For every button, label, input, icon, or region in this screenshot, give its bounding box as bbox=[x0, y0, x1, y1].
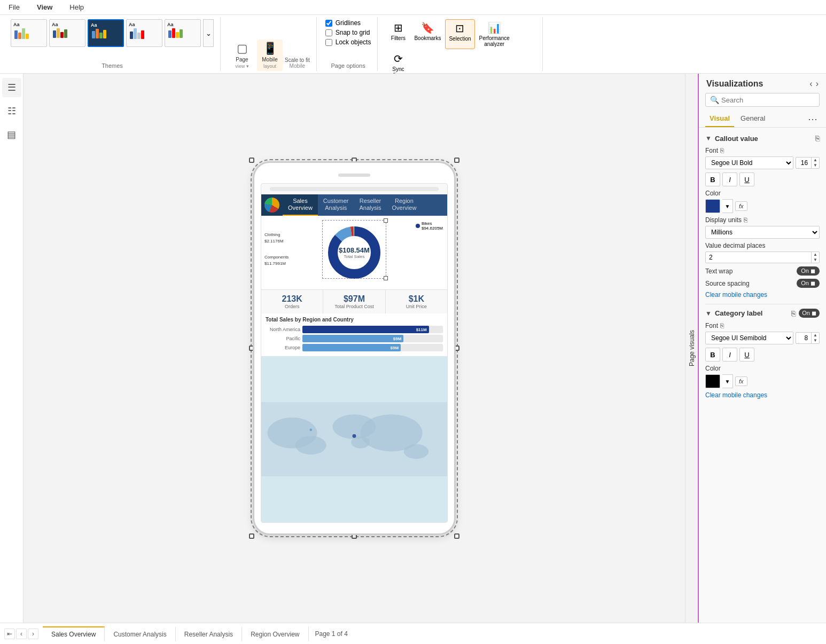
handle-tl[interactable] bbox=[249, 158, 254, 163]
callout-color-dropdown[interactable]: ▼ bbox=[722, 199, 733, 213]
page-tab-reseller[interactable]: Reseller Analysis bbox=[176, 626, 242, 641]
tab-general[interactable]: General bbox=[736, 111, 769, 127]
category-copy-btn[interactable]: ⎘ bbox=[791, 309, 796, 318]
map-svg bbox=[261, 356, 447, 522]
page-prev-btn[interactable]: ‹ bbox=[16, 629, 27, 639]
menu-view[interactable]: View bbox=[33, 2, 57, 12]
bar-europe-track: $9M bbox=[302, 344, 443, 351]
nav-tab-customer[interactable]: CustomerAnalysis bbox=[318, 194, 354, 216]
category-italic-btn[interactable]: I bbox=[722, 348, 737, 362]
phone-address-bar bbox=[270, 187, 439, 191]
panel-collapse-btn[interactable]: ‹ bbox=[809, 79, 812, 89]
snap-to-grid-checkbox[interactable]: Snap to grid bbox=[325, 29, 371, 36]
nav-tab-sales[interactable]: SalesOverview bbox=[283, 194, 318, 216]
callout-font-size-up[interactable]: ▲ bbox=[812, 158, 819, 163]
callout-fx-btn[interactable]: fx bbox=[735, 201, 747, 211]
kpi-orders: 213K Orders bbox=[261, 290, 323, 313]
callout-font-copy[interactable]: ⎘ bbox=[720, 147, 724, 154]
page-visuals-tab[interactable]: Page visuals bbox=[685, 74, 698, 623]
menu-help[interactable]: Help bbox=[65, 2, 88, 12]
category-color-swatch[interactable] bbox=[705, 374, 720, 388]
category-fx-btn[interactable]: fx bbox=[735, 376, 747, 386]
category-label-section-header: ▼ Category label ⎘ On ◼ bbox=[705, 309, 820, 318]
theme-item-3[interactable]: Aa bbox=[88, 19, 124, 47]
category-font-size-arrows: ▲ ▼ bbox=[811, 333, 819, 343]
category-font-copy[interactable]: ⎘ bbox=[720, 322, 724, 329]
display-units-copy[interactable]: ⎘ bbox=[744, 216, 747, 224]
category-color-dropdown[interactable]: ▼ bbox=[722, 374, 733, 388]
page-tab-sales[interactable]: Sales Overview bbox=[43, 626, 105, 641]
source-spacing-toggle[interactable]: On ◼ bbox=[797, 279, 820, 288]
theme-item-2[interactable]: Aa bbox=[49, 19, 85, 47]
callout-font-size-down[interactable]: ▼ bbox=[812, 163, 819, 168]
bar-row-europe: Europe $9M bbox=[266, 344, 443, 351]
themes-expand-btn[interactable]: ⌄ bbox=[203, 19, 214, 47]
handle-tr[interactable] bbox=[454, 158, 459, 163]
search-input[interactable] bbox=[721, 96, 815, 104]
panel-more-btn[interactable]: ⋯ bbox=[806, 111, 820, 127]
callout-bold-btn[interactable]: B bbox=[705, 172, 720, 186]
bar-na-label: North America bbox=[266, 327, 300, 332]
filters-btn[interactable]: ⊞ Filters bbox=[386, 19, 410, 49]
category-clear-link[interactable]: Clear mobile changes bbox=[705, 391, 820, 399]
page-tab-customer[interactable]: Customer Analysis bbox=[105, 626, 175, 641]
category-underline-btn[interactable]: U bbox=[739, 348, 754, 362]
category-chevron[interactable]: ▼ bbox=[705, 310, 712, 317]
handle-br[interactable] bbox=[454, 533, 459, 539]
callout-clear-link[interactable]: Clear mobile changes bbox=[705, 291, 820, 299]
theme-item-1[interactable]: Aa bbox=[11, 19, 47, 47]
bookmarks-btn[interactable]: 🔖 Bookmarks bbox=[411, 19, 444, 49]
text-wrap-toggle[interactable]: On ◼ bbox=[797, 266, 820, 276]
gridlines-checkbox[interactable]: Gridlines bbox=[325, 19, 371, 27]
left-nav-data[interactable]: ☷ bbox=[2, 101, 21, 121]
page-first-btn[interactable]: ⇤ bbox=[4, 629, 15, 639]
kpi-price: $1K Unit Price bbox=[386, 290, 447, 313]
nav-tab-region[interactable]: RegionOverview bbox=[387, 194, 422, 216]
text-wrap-label: Text wrap bbox=[705, 268, 797, 275]
selection-btn[interactable]: ⊡ Selection bbox=[445, 19, 474, 49]
chart-label-clothing: Clothing$2.1176M bbox=[264, 232, 284, 244]
callout-font-select[interactable]: Segoe UI Bold bbox=[705, 156, 793, 169]
page-view-btn[interactable]: ▢ Page view ▾ bbox=[229, 40, 255, 71]
nav-tab-reseller[interactable]: ResellerAnalysis bbox=[354, 194, 387, 216]
decimal-up[interactable]: ▲ bbox=[812, 252, 819, 257]
callout-chevron[interactable]: ▼ bbox=[705, 135, 712, 142]
menu-file[interactable]: File bbox=[4, 2, 24, 12]
page-tab-region[interactable]: Region Overview bbox=[242, 626, 308, 641]
bar-europe-fill: $9M bbox=[302, 344, 401, 351]
text-wrap-row: Text wrap On ◼ bbox=[705, 266, 820, 276]
kpi-orders-label: Orders bbox=[263, 304, 321, 309]
performance-icon: 📊 bbox=[488, 21, 501, 34]
kpi-cost-value: $97M bbox=[325, 294, 383, 304]
decimal-down[interactable]: ▼ bbox=[812, 257, 819, 263]
performance-analyzer-btn[interactable]: 📊 Performanceanalyzer bbox=[476, 19, 513, 49]
category-font-size-down[interactable]: ▼ bbox=[812, 338, 819, 343]
tab-visual[interactable]: Visual bbox=[705, 111, 734, 127]
callout-color-swatch[interactable] bbox=[705, 199, 720, 213]
page-next-btn[interactable]: › bbox=[28, 629, 38, 639]
lock-objects-checkbox[interactable]: Lock objects bbox=[325, 38, 371, 46]
category-font-select[interactable]: Segoe UI Semibold bbox=[705, 332, 793, 344]
callout-italic-btn[interactable]: I bbox=[722, 172, 737, 186]
category-bold-btn[interactable]: B bbox=[705, 348, 720, 362]
callout-underline-btn[interactable]: U bbox=[739, 172, 754, 186]
handle-bl[interactable] bbox=[249, 533, 254, 539]
category-font-size-box: 8 ▲ ▼ bbox=[796, 332, 820, 344]
left-nav-report[interactable]: ☰ bbox=[2, 78, 21, 97]
display-units-select[interactable]: Millions bbox=[705, 226, 820, 239]
panel-tabs: Visual General ⋯ bbox=[699, 111, 826, 128]
theme-item-4[interactable]: Aa bbox=[126, 19, 162, 47]
callout-copy-btn[interactable]: ⎘ bbox=[815, 134, 820, 143]
left-nav-model[interactable]: ▤ bbox=[2, 125, 21, 144]
category-font-size-up[interactable]: ▲ bbox=[812, 333, 819, 338]
scale-to-fit-btn[interactable]: Scale to fit bbox=[285, 57, 310, 63]
ribbon-themes-section: Aa Aa bbox=[4, 17, 221, 71]
decimal-places-label: Value decimal places bbox=[705, 242, 820, 249]
callout-color-row: ▼ fx bbox=[705, 199, 820, 213]
bookmarks-icon: 🔖 bbox=[421, 21, 434, 34]
mobile-layout-btn[interactable]: 📱 Mobile layout bbox=[257, 40, 283, 71]
category-label-toggle[interactable]: On ◼ bbox=[799, 309, 820, 318]
theme-item-5[interactable]: Aa bbox=[165, 19, 201, 47]
callout-color-label: Color bbox=[705, 190, 820, 197]
panel-expand-btn[interactable]: › bbox=[816, 79, 819, 89]
